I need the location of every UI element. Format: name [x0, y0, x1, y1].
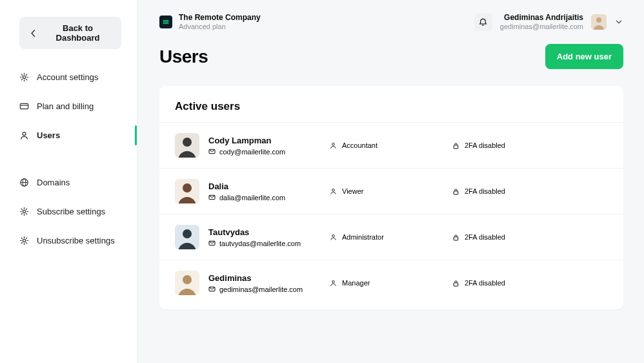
- user-role-label: Manager: [342, 279, 370, 287]
- user-role: Accountant: [330, 141, 452, 149]
- user-2fa-status: 2FA disabled: [452, 233, 608, 241]
- user-role: Administrator: [330, 233, 452, 241]
- user-email: gediminas@mailerlite.com: [219, 285, 303, 293]
- current-user-meta: Gediminas Andrijaitis gediminas@mailerli…: [500, 13, 583, 31]
- user-avatar: [175, 133, 199, 158]
- lock-icon: [452, 142, 459, 149]
- lock-icon: [452, 280, 459, 287]
- user-icon: [330, 279, 337, 287]
- user-role: Manager: [330, 279, 452, 287]
- add-user-button[interactable]: Add new user: [545, 44, 623, 69]
- sidebar-item-account[interactable]: Account settings: [0, 66, 137, 88]
- company-logo-icon: [159, 16, 172, 28]
- user-role-label: Administrator: [342, 233, 384, 241]
- user-2fa-status: 2FA disabled: [452, 141, 608, 149]
- back-label: Back to Dashboard: [43, 23, 112, 43]
- svg-point-16: [183, 229, 192, 238]
- user-icon: [330, 233, 337, 241]
- globe-icon: [19, 178, 29, 187]
- svg-point-10: [596, 17, 601, 23]
- gear-icon: [19, 236, 29, 245]
- user-name: Cody Lampman: [208, 136, 285, 145]
- user-name: Tautvydas: [208, 227, 301, 237]
- mail-icon: [208, 194, 216, 201]
- current-user-name: Gediminas Andrijaitis: [500, 13, 583, 22]
- page-title: Users: [159, 47, 208, 67]
- user-2fa-label: 2FA disabled: [465, 279, 505, 287]
- user-2fa-label: 2FA disabled: [465, 141, 505, 149]
- svg-point-14: [183, 183, 192, 192]
- lock-icon: [452, 234, 459, 241]
- svg-point-18: [183, 275, 192, 284]
- user-row[interactable]: Cody Lampmancody@mailerlite.comAccountan…: [159, 122, 623, 168]
- card-title: Active users: [159, 100, 623, 122]
- sidebar-item-label: Account settings: [37, 73, 98, 81]
- user-role-label: Accountant: [342, 141, 377, 149]
- sidebar-item-unsubscribe[interactable]: Unsubscribe settings: [0, 229, 137, 252]
- user-role-label: Viewer: [342, 187, 363, 195]
- user-icon: [330, 187, 337, 195]
- chevron-left-icon: [28, 28, 38, 38]
- sidebar-item-users[interactable]: Users: [0, 124, 137, 147]
- user-icon: [330, 141, 337, 149]
- mail-icon: [208, 148, 216, 155]
- gear-icon: [19, 207, 29, 216]
- gear-icon: [19, 72, 29, 82]
- card-icon: [19, 101, 29, 111]
- sidebar: Back to Dashboard Account settingsPlan a…: [0, 0, 137, 363]
- user-email: dalia@mailerlite.com: [219, 194, 285, 202]
- user-name: Gediminas: [208, 273, 303, 283]
- user-2fa-label: 2FA disabled: [465, 233, 505, 241]
- user-2fa-label: 2FA disabled: [465, 187, 505, 195]
- sidebar-item-label: Domains: [37, 178, 70, 187]
- sidebar-item-billing[interactable]: Plan and billing: [0, 95, 137, 118]
- company-name: The Remote Company: [179, 13, 261, 22]
- user-avatar: [175, 179, 199, 203]
- user-row[interactable]: Tautvydastautvydas@mailerlite.comAdminis…: [159, 214, 623, 260]
- user-2fa-status: 2FA disabled: [452, 187, 608, 195]
- lock-icon: [452, 188, 459, 195]
- user-avatar: [175, 271, 199, 295]
- mail-icon: [208, 240, 216, 247]
- sidebar-item-label: Unsubscribe settings: [37, 236, 115, 245]
- sidebar-item-domains[interactable]: Domains: [0, 171, 137, 194]
- nav-group-primary: Account settingsPlan and billingUsers: [0, 66, 137, 147]
- user-2fa-status: 2FA disabled: [452, 279, 608, 287]
- user-row[interactable]: Gediminasgediminas@mailerlite.comManager…: [159, 260, 623, 306]
- sidebar-item-label: Plan and billing: [37, 102, 94, 110]
- user-icon: [19, 130, 29, 140]
- svg-point-12: [183, 138, 192, 147]
- user-role: Viewer: [330, 187, 452, 195]
- current-user-avatar[interactable]: [591, 14, 607, 30]
- main-content: The Remote Company Advanced plan Gedimin…: [137, 0, 644, 363]
- company-block[interactable]: The Remote Company Advanced plan: [159, 13, 261, 31]
- nav-group-secondary: DomainsSubscribe settingsUnsubscribe set…: [0, 171, 137, 252]
- user-row[interactable]: Daliadalia@mailerlite.comViewer2FA disab…: [159, 168, 623, 214]
- active-users-card: Active users Cody Lampmancody@mailerlite…: [159, 86, 623, 309]
- sidebar-item-subscribe[interactable]: Subscribe settings: [0, 200, 137, 223]
- sidebar-item-label: Subscribe settings: [37, 207, 105, 216]
- user-name: Dalia: [208, 182, 285, 191]
- bell-icon: [478, 17, 488, 27]
- user-email: cody@mailerlite.com: [219, 148, 285, 156]
- user-avatar: [175, 225, 199, 249]
- user-menu-chevron-down-icon[interactable]: [614, 17, 623, 26]
- topbar: The Remote Company Advanced plan Gedimin…: [159, 13, 623, 31]
- company-plan: Advanced plan: [179, 23, 261, 31]
- current-user-email: gediminas@mailerlite.com: [500, 23, 583, 31]
- topbar-right: Gediminas Andrijaitis gediminas@mailerli…: [474, 13, 623, 31]
- title-row: Users Add new user: [159, 44, 623, 69]
- notifications-button[interactable]: [474, 13, 492, 31]
- back-to-dashboard-button[interactable]: Back to Dashboard: [19, 17, 121, 49]
- mail-icon: [208, 285, 216, 293]
- user-email: tautvydas@mailerlite.com: [219, 240, 301, 247]
- sidebar-item-label: Users: [37, 131, 60, 140]
